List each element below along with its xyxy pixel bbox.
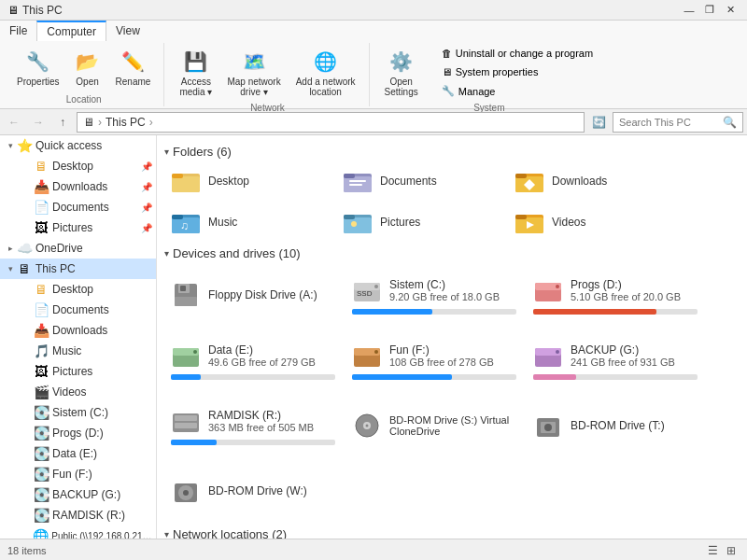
onedrive-expand: ▸: [4, 244, 17, 253]
open-label: Open: [76, 77, 98, 87]
view-tiles-button[interactable]: ⊞: [723, 542, 740, 559]
sidebar-item-desktop-qa[interactable]: 🖥 Desktop 📌: [17, 156, 156, 176]
close-button[interactable]: ✕: [721, 3, 740, 18]
folder-downloads[interactable]: Downloads: [508, 162, 676, 200]
up-button[interactable]: ↑: [52, 113, 73, 132]
sistem-c-bar: [352, 309, 432, 315]
folders-grid: Desktop Documents Downloads ♫ Music: [164, 162, 740, 241]
folder-videos[interactable]: Videos: [508, 203, 676, 241]
sidebar-item-public-z[interactable]: 🌐 Public (\\192.168.0.211) (Z: [17, 525, 156, 539]
desktop-pc-label: Desktop: [52, 283, 93, 296]
title-bar-left: 🖥 This PC: [7, 4, 63, 17]
svg-rect-10: [515, 174, 527, 178]
properties-label: Properties: [17, 77, 60, 87]
drive-ramdisk-r[interactable]: RAMDISK (R:) 363 MB free of 505 MB: [164, 395, 342, 456]
sidebar-item-pictures-qa[interactable]: 🖼 Pictures 📌: [17, 217, 156, 238]
svg-rect-7: [349, 184, 362, 186]
sistem-c-icon: 💽: [34, 405, 49, 420]
svg-point-49: [366, 425, 369, 427]
add-network-label: Add a networklocation: [296, 77, 356, 97]
sistem-c-drive-name: Sistem (C:): [389, 278, 500, 291]
manage-label: Manage: [458, 86, 496, 97]
sidebar-item-desktop-pc[interactable]: 🖥 Desktop: [17, 279, 156, 300]
backup-g-bar: [533, 374, 576, 380]
view-icons: ☰ ⊞: [704, 542, 740, 559]
public-z-label: Public (\\192.168.0.211) (Z: [51, 531, 156, 539]
drive-bd-t[interactable]: BD-ROM Drive (T:): [527, 395, 704, 456]
uninstall-button[interactable]: 🗑 Uninstall or change a program: [435, 45, 599, 62]
map-network-drive-button[interactable]: 🗺️ Map networkdrive ▾: [221, 45, 286, 101]
sidebar-item-backup-g[interactable]: 💽 BACKUP (G:): [17, 484, 156, 505]
svg-rect-26: [180, 286, 186, 291]
sidebar-item-fun-f[interactable]: 💽 Fun (F:): [17, 464, 156, 484]
sidebar-item-data-e[interactable]: 💽 Data (E:): [17, 443, 156, 464]
sidebar-item-videos-pc[interactable]: 🎬 Videos: [17, 382, 156, 402]
add-network-location-button[interactable]: 🌐 Add a networklocation: [290, 45, 361, 101]
title-bar-controls: — ❐ ✕: [680, 3, 740, 18]
svg-rect-1: [172, 176, 200, 192]
sidebar-onedrive[interactable]: ▸ ☁️ OneDrive: [0, 238, 156, 259]
documents-qa-icon: 📄: [34, 200, 49, 215]
drive-bd-w[interactable]: BD-ROM Drive (W:): [164, 460, 342, 522]
sidebar-quick-access[interactable]: ▾ ⭐ Quick access: [0, 135, 156, 156]
manage-button[interactable]: 🔧 Manage: [435, 82, 599, 100]
drive-fun-f[interactable]: Fun (F:) 108 GB free of 278 GB: [345, 329, 523, 391]
sidebar-item-downloads-qa[interactable]: 📥 Downloads 📌: [17, 176, 156, 197]
sidebar-item-documents-qa[interactable]: 📄 Documents 📌: [17, 197, 156, 217]
drive-progs-d[interactable]: Progs (D:) 5.10 GB free of 20.0 GB: [527, 264, 704, 326]
sidebar-item-progs-d[interactable]: 💽 Progs (D:): [17, 423, 156, 443]
sistem-c-info: Sistem (C:) 9.20 GB free of 18.0 GB: [389, 278, 500, 302]
sistem-c-bar-container: [352, 309, 516, 315]
sidebar-this-pc[interactable]: ▾ 🖥 This PC: [0, 259, 156, 279]
back-button[interactable]: ←: [4, 113, 24, 132]
sidebar-item-pictures-pc[interactable]: 🖼 Pictures: [17, 361, 156, 382]
folders-section-header[interactable]: ▾ Folders (6): [164, 145, 740, 159]
pin-icon-3: 📌: [141, 203, 156, 213]
drive-bd-s[interactable]: BD-ROM Drive (S:) Virtual CloneDrive: [345, 395, 523, 456]
svg-rect-22: [515, 215, 527, 219]
folder-desktop-name: Desktop: [208, 175, 249, 188]
refresh-button[interactable]: 🔄: [588, 113, 609, 132]
rename-button[interactable]: ✏️ Rename: [110, 45, 157, 91]
sidebar-item-sistem-c[interactable]: 💽 Sistem (C:): [17, 402, 156, 423]
system-properties-button[interactable]: 🖥 System properties: [435, 63, 599, 80]
folders-chevron: ▾: [164, 147, 169, 157]
sidebar-item-documents-pc[interactable]: 📄 Documents: [17, 300, 156, 320]
access-media-button[interactable]: 💾 Accessmedia ▾: [174, 45, 218, 101]
folder-music[interactable]: ♫ Music: [164, 203, 332, 241]
minimize-button[interactable]: —: [680, 3, 698, 18]
tab-file[interactable]: File: [0, 21, 36, 41]
sidebar-item-ramdisk-r[interactable]: 💽 RAMDISK (R:): [17, 505, 156, 525]
open-button[interactable]: 📂 Open: [69, 45, 106, 91]
drives-chevron: ▾: [164, 248, 169, 259]
drives-section-header[interactable]: ▾ Devices and drives (10): [164, 246, 740, 260]
drive-data-e[interactable]: Data (E:) 49.6 GB free of 279 GB: [164, 329, 342, 391]
restore-button[interactable]: ❐: [700, 3, 719, 18]
open-settings-button[interactable]: ⚙️ OpenSettings: [379, 45, 424, 101]
drive-backup-g[interactable]: BACKUP (G:) 241 GB free of 931 GB: [527, 329, 704, 391]
data-e-bar: [171, 374, 201, 380]
search-input[interactable]: [619, 117, 723, 128]
folders-section-title: Folders (6): [173, 145, 232, 159]
svg-text:♫: ♫: [180, 219, 189, 232]
svg-rect-6: [349, 180, 366, 182]
view-details-button[interactable]: ☰: [704, 542, 721, 559]
tab-computer[interactable]: Computer: [36, 21, 106, 41]
sidebar-item-music-pc[interactable]: 🎵 Music: [17, 341, 156, 361]
svg-point-52: [544, 424, 552, 431]
bd-s-name: BD-ROM Drive (S:) Virtual CloneDrive: [389, 414, 516, 437]
folder-documents[interactable]: Documents: [336, 162, 504, 200]
window-icon: 🖥: [7, 4, 19, 17]
quick-access-items: 🖥 Desktop 📌 📥 Downloads 📌 📄 Documents 📌 …: [0, 156, 156, 238]
sidebar-item-downloads-pc[interactable]: 📥 Downloads: [17, 320, 156, 341]
folder-pictures[interactable]: Pictures: [336, 203, 504, 241]
drive-sistem-c[interactable]: SSD Sistem (C:) 9.20 GB free of 18.0 GB: [345, 264, 523, 326]
drive-floppy[interactable]: Floppy Disk Drive (A:): [164, 264, 342, 326]
network-section-header[interactable]: ▾ Network locations (2): [164, 527, 740, 539]
forward-button[interactable]: →: [28, 113, 49, 132]
folder-desktop[interactable]: Desktop: [164, 162, 332, 200]
address-path[interactable]: 🖥 › This PC ›: [77, 112, 585, 133]
tab-view[interactable]: View: [106, 21, 149, 41]
pictures-qa-label: Pictures: [52, 221, 92, 234]
properties-button[interactable]: 🔧 Properties: [11, 45, 65, 91]
